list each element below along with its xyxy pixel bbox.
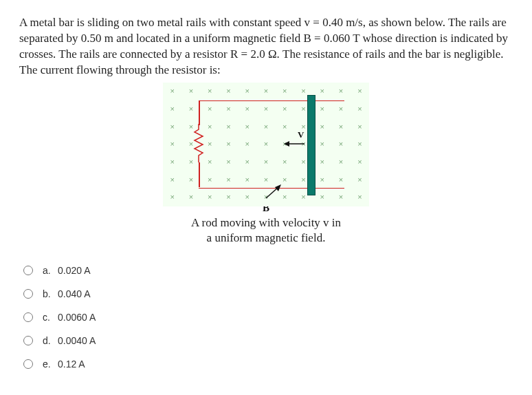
field-cross-icon: ×: [163, 118, 181, 136]
option-letter: e.: [43, 359, 58, 370]
option-text: 0.12 A: [58, 359, 85, 370]
field-cross-icon: ×: [256, 83, 275, 100]
radio-a[interactable]: [23, 266, 33, 275]
field-cross-icon: ×: [313, 189, 331, 206]
field-cross-icon: ×: [351, 189, 369, 206]
field-cross-icon: ×: [351, 136, 369, 153]
option-text: 0.040 A: [58, 288, 91, 299]
svg-marker-1: [284, 141, 289, 147]
field-cross-icon: ×: [351, 100, 369, 118]
physics-diagram: ××××××××××××××××××××××××××××××××××××××××…: [163, 83, 369, 206]
option-letter: c.: [43, 312, 58, 323]
question-text: A metal bar is sliding on two metal rail…: [19, 15, 513, 78]
field-cross-icon: ×: [163, 189, 181, 206]
caption-line-1: A rod moving with velocity v in: [191, 216, 341, 229]
field-cross-icon: ×: [201, 189, 219, 206]
field-cross-icon: ×: [351, 83, 369, 100]
option-text: 0.020 A: [58, 265, 91, 276]
field-cross-icon: ×: [181, 83, 200, 100]
diagram-caption: A rod moving with velocity v in a unifor…: [191, 215, 341, 246]
option-c[interactable]: c. 0.0060 A: [23, 312, 513, 323]
option-letter: d.: [43, 335, 58, 346]
radio-d[interactable]: [23, 336, 33, 345]
field-cross-icon: ×: [181, 100, 200, 118]
option-e[interactable]: e. 0.12 A: [23, 359, 513, 370]
field-cross-icon: ×: [163, 100, 181, 118]
option-text: 0.0060 A: [58, 312, 96, 323]
option-letter: a.: [43, 265, 58, 276]
field-cross-icon: ×: [163, 153, 181, 171]
option-a[interactable]: a. 0.020 A: [23, 265, 513, 276]
rails: [199, 100, 344, 189]
field-cross-icon: ×: [351, 118, 369, 136]
field-cross-icon: ×: [219, 189, 238, 206]
b-arrow-icon: [265, 184, 281, 200]
field-cross-icon: ×: [219, 83, 238, 100]
field-cross-icon: ×: [163, 136, 181, 153]
field-cross-icon: ×: [238, 83, 256, 100]
rail-left-bottom: [199, 162, 200, 187]
resistor-icon: [193, 124, 204, 162]
option-text: 0.0040 A: [58, 335, 96, 346]
field-cross-icon: ×: [181, 171, 200, 189]
field-cross-icon: ×: [181, 189, 200, 206]
field-cross-icon: ×: [238, 189, 256, 206]
svg-marker-3: [275, 184, 281, 191]
caption-line-2: a uniform magnetic field.: [207, 231, 326, 244]
field-cross-icon: ×: [331, 189, 350, 206]
field-cross-icon: ×: [351, 171, 369, 189]
field-cross-icon: ×: [331, 83, 350, 100]
field-cross-icon: ×: [163, 83, 181, 100]
diagram-container: ××××××××××××××××××××××××××××××××××××××××…: [19, 83, 513, 246]
radio-b[interactable]: [23, 289, 33, 299]
option-d[interactable]: d. 0.0040 A: [23, 335, 513, 346]
field-cross-icon: ×: [201, 83, 219, 100]
rail-left-top: [199, 100, 200, 125]
options-list: a. 0.020 A b. 0.040 A c. 0.0060 A d. 0.0…: [19, 265, 513, 370]
option-letter: b.: [43, 288, 58, 299]
sliding-bar: [307, 95, 315, 195]
field-cross-icon: ×: [313, 83, 331, 100]
radio-c[interactable]: [23, 312, 33, 322]
field-cross-icon: ×: [163, 171, 181, 189]
radio-e[interactable]: [23, 359, 33, 369]
velocity-arrow-icon: [284, 138, 304, 145]
field-cross-icon: ×: [276, 83, 294, 100]
field-cross-icon: ×: [351, 153, 369, 171]
option-b[interactable]: b. 0.040 A: [23, 288, 513, 299]
